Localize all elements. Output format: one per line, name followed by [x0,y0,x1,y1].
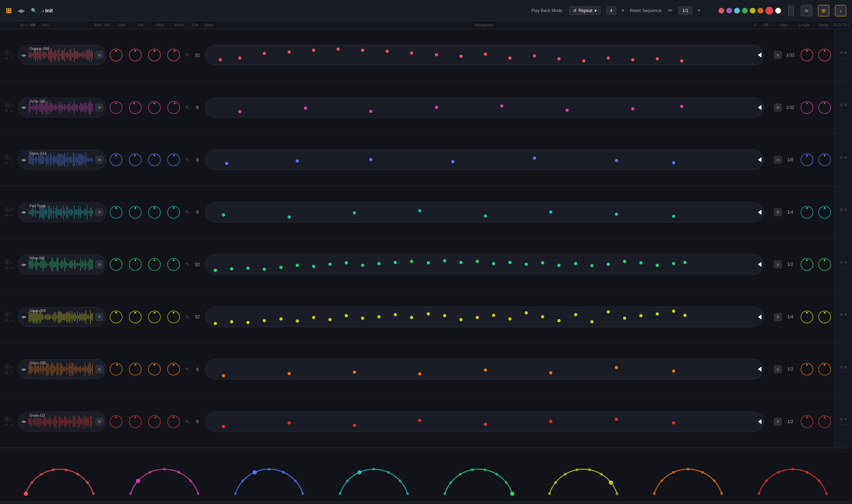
right-grid-icon2[interactable]: ⊞ [844,51,847,55]
length-knob[interactable] [800,153,814,166]
width-knob[interactable] [167,206,180,219]
ra-grid-btn[interactable]: ⊞ [774,313,782,321]
mute-btn[interactable]: G [5,207,10,212]
pitch-knob[interactable] [148,362,161,376]
headphones-icon[interactable]: ◎ [5,161,8,165]
width-knob[interactable] [167,415,180,428]
right-grid-icon[interactable]: ⊞ [840,260,843,264]
ra-grid-btn[interactable]: ⊞ [774,418,782,426]
headphones-icon[interactable]: ◎ [5,371,8,374]
gain-knob[interactable] [109,206,123,219]
length-knob[interactable] [800,206,814,219]
search-icon[interactable]: 🔍 [31,8,37,13]
edit-icon[interactable]: ✎ [183,157,192,163]
gain-knob[interactable] [109,362,123,376]
mute-btn[interactable]: G [5,364,10,369]
color-dot-red[interactable] [719,8,724,13]
gain-knob[interactable] [109,101,123,114]
length-knob[interactable] [800,310,814,324]
right-grid-icon2[interactable]: ⊞ [844,103,847,107]
track-nav-arrows[interactable]: ◀▶ [21,315,27,319]
swing-knob[interactable] [818,206,831,219]
right-grid-icon2[interactable]: ⊞ [844,312,847,316]
length-knob[interactable] [800,415,814,428]
length-knob[interactable] [800,362,814,376]
mute-btn[interactable]: G [5,259,10,264]
arc-item-6[interactable] [531,448,635,501]
track-random-btn[interactable]: ⊞ [95,156,103,164]
right-grid-icon2[interactable]: ⊞ [844,260,847,264]
track-random-btn[interactable]: ⊞ [95,208,103,216]
width-knob[interactable] [167,362,180,376]
down-arrow[interactable]: ↓ [11,365,13,369]
track-random-btn[interactable]: ⊞ [95,51,103,59]
pan-knob[interactable] [129,48,142,62]
right-grid-icon[interactable]: ⊞ [840,51,843,55]
grid-icon-btn[interactable]: ⊞ [818,5,829,16]
swing-knob[interactable] [818,153,831,166]
width-knob[interactable] [167,101,180,114]
pan-knob[interactable] [129,415,142,428]
edit-icon[interactable]: ✎ [183,262,192,267]
edit-icon[interactable]: ✎ [183,105,192,110]
track-random-btn[interactable]: ⊞ [95,365,103,373]
right-grid-icon2[interactable]: ⊞ [844,208,847,212]
headphones-icon[interactable]: ◎ [5,56,8,60]
right-arrow-btn2[interactable]: ← [844,108,848,112]
arc-item-1[interactable] [7,448,112,501]
music-icon-btn[interactable]: ♪ [835,5,846,16]
right-arrow-btn2[interactable]: ← [844,422,848,426]
ra-grid-btn[interactable]: ⊞ [774,104,782,111]
arc-item-3[interactable] [217,448,321,501]
right-arrow-btn[interactable]: → [839,265,843,269]
right-arrow[interactable]: → [9,423,13,427]
width-knob[interactable] [167,258,180,271]
mute-btn[interactable]: G [5,103,10,108]
color-dot-yellow[interactable] [750,8,755,13]
edit-icon[interactable]: ✎ [183,52,192,58]
track-random-btn[interactable]: ⊞ [95,104,103,111]
right-arrow-btn[interactable]: → [839,370,843,374]
mute-btn[interactable]: G [5,155,10,160]
right-grid-icon2[interactable]: ⊞ [844,365,847,369]
ra-grid-btn[interactable]: ⊞ [774,208,782,216]
right-arrow-btn[interactable]: → [839,317,843,321]
ra-grid-btn[interactable]: ⊞ [774,156,782,164]
arc-item-7[interactable] [635,448,740,501]
right-arrow-btn2[interactable]: ← [844,56,848,60]
track-random-btn[interactable]: ⊞ [95,418,103,426]
edit-icon[interactable]: ✎ [183,419,192,424]
track-random-btn[interactable]: ⊞ [95,313,103,321]
gain-knob[interactable] [109,310,123,324]
reset-fraction[interactable]: 1/1 [678,6,692,15]
right-arrow[interactable]: → [9,161,13,165]
pan-knob[interactable] [129,362,142,376]
gain-knob[interactable] [109,153,123,166]
ra-grid-btn[interactable]: ⊞ [774,51,782,59]
color-dot-purple[interactable] [726,8,732,13]
right-arrow[interactable]: → [9,265,13,269]
ra-grid-btn[interactable]: ⊞ [774,261,782,268]
right-grid-icon[interactable]: ⊞ [840,155,843,159]
track-nav-arrows[interactable]: ◀▶ [21,158,27,162]
headphones-icon[interactable]: ◎ [5,213,8,217]
arpeggiator-6[interactable] [205,307,764,327]
edit-icon[interactable]: ✎ [183,209,192,215]
down-arrow[interactable]: ↓ [11,260,13,264]
right-arrow[interactable]: → [9,213,13,217]
pitch-knob[interactable] [148,415,161,428]
color-dot-cyan[interactable] [734,8,740,13]
edit-icon[interactable]: ✎ [183,366,192,372]
track-nav-arrows[interactable]: ◀▶ [21,420,27,423]
length-knob[interactable] [800,101,814,114]
track-nav-arrows[interactable]: ◀▶ [21,210,27,214]
swing-knob[interactable] [818,258,831,271]
arpeggiator-1[interactable] [205,45,764,65]
right-grid-icon[interactable]: ⊞ [840,365,843,369]
headphones-icon[interactable]: ◎ [5,109,8,112]
pan-knob[interactable] [129,258,142,271]
mute-btn[interactable]: G [5,312,10,317]
arpeggiator-5[interactable] [205,254,764,275]
track-random-btn[interactable]: ⊞ [95,261,103,268]
arc-item-5[interactable] [426,448,531,501]
